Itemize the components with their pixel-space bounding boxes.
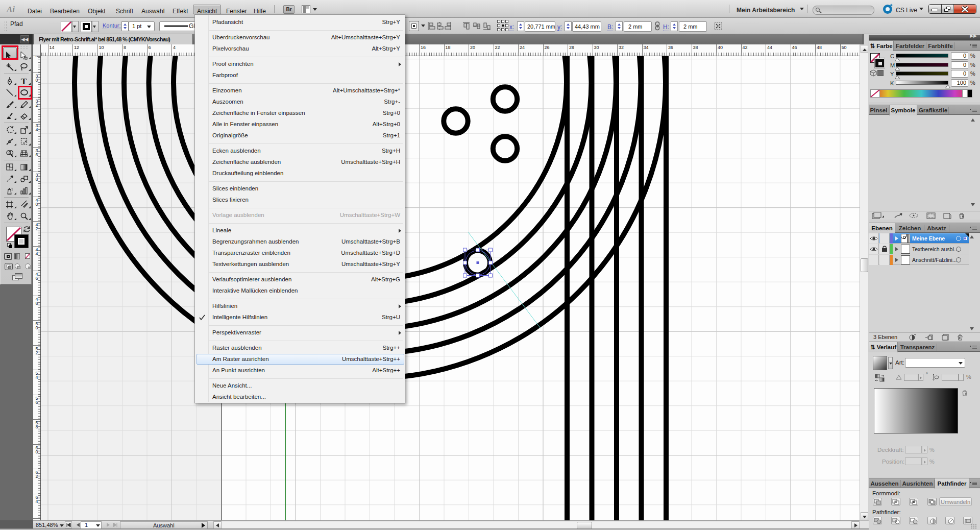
svg-text:T: T [21,77,27,86]
